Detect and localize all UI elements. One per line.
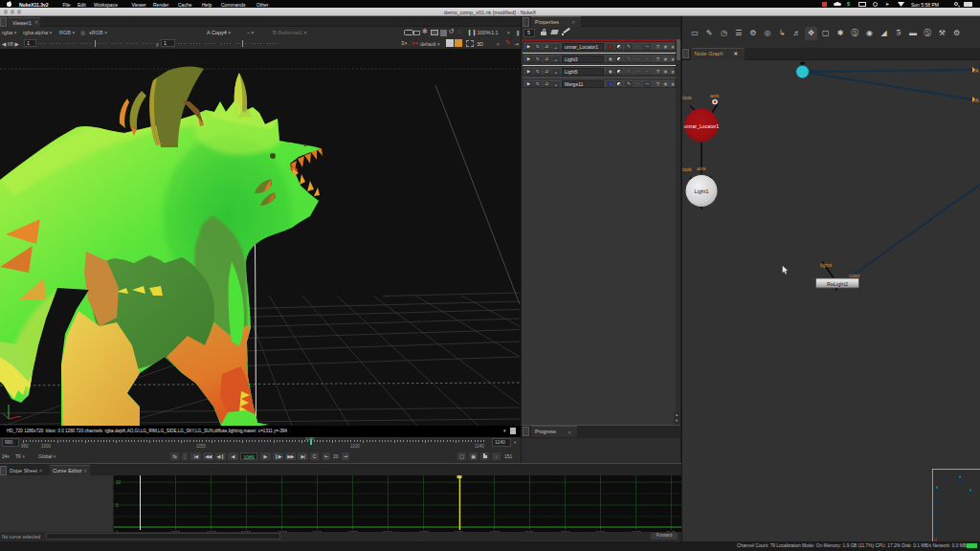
svg-text:unnar_Locator1: unnar_Locator1 bbox=[683, 122, 718, 128]
svg-text:A: A bbox=[975, 97, 979, 102]
svg-text:axis: axis bbox=[710, 92, 720, 98]
svg-text:look: look bbox=[682, 165, 692, 171]
svg-text:lights: lights bbox=[820, 261, 833, 267]
svg-text:axis: axis bbox=[697, 165, 706, 170]
svg-text:look: look bbox=[682, 94, 692, 99]
svg-text:5: 5 bbox=[116, 503, 119, 508]
svg-text:A: A bbox=[975, 67, 979, 73]
svg-text:color: color bbox=[849, 272, 860, 277]
svg-text:Light1: Light1 bbox=[694, 188, 708, 194]
svg-text:10: 10 bbox=[116, 480, 122, 485]
svg-text:ReLight2: ReLight2 bbox=[826, 280, 847, 286]
